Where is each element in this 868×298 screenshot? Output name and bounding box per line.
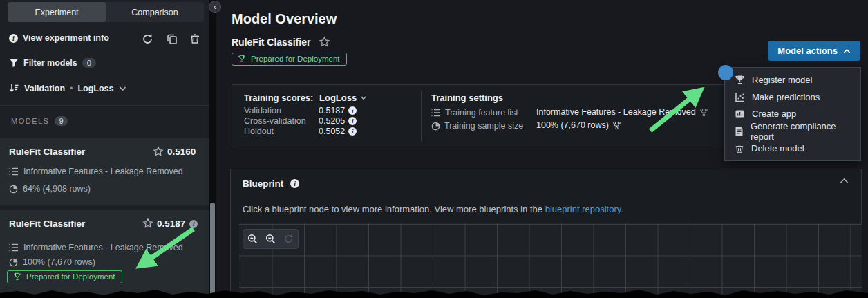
sample-size-value: 100% (7,670 rows) — [23, 257, 95, 267]
tab-comparison[interactable]: Comparison — [106, 2, 204, 22]
menu-item-label: Register model — [752, 75, 812, 85]
sort-field-label: Validation — [24, 84, 65, 93]
menu-item-register-model[interactable]: Register model — [725, 71, 860, 89]
separator-dot: • — [70, 84, 73, 93]
score-value: 0.5205 — [319, 116, 357, 126]
pie-icon — [9, 258, 18, 267]
info-icon[interactable] — [348, 117, 357, 125]
deployment-badge-label: Prepared for Deployment — [251, 55, 339, 63]
star-icon[interactable] — [319, 36, 330, 48]
branch-icon[interactable] — [612, 121, 621, 130]
feature-list-icon — [9, 167, 19, 176]
score-value: 0.5187 — [319, 106, 357, 115]
training-scores-label: Training scores: — [244, 93, 313, 103]
star-icon[interactable] — [142, 218, 153, 229]
blueprint-canvas[interactable] — [239, 223, 862, 298]
sort-row[interactable]: Validation • LogLoss — [9, 83, 126, 93]
training-scores-header: Training scores: LogLoss — [244, 93, 367, 103]
star-icon[interactable] — [153, 146, 164, 157]
chevron-down-icon — [119, 86, 126, 91]
menu-item-label: Delete model — [751, 143, 804, 153]
trash-icon — [735, 144, 744, 153]
sidebar-divider — [0, 105, 209, 106]
model-score: 0.5160 — [167, 147, 196, 157]
setting-value-row: Informative Features - Leakage Removed — [536, 107, 708, 117]
menu-item-label: Generate compliance report — [751, 121, 860, 142]
model-name: RuleFit Classifier — [9, 218, 85, 229]
score-label: Cross-validation — [244, 116, 314, 126]
deployment-badge: Prepared for Deployment — [7, 270, 122, 283]
branch-icon[interactable] — [699, 108, 708, 117]
sample-size-row: 64% (4,908 rows) — [9, 184, 91, 194]
metric-label: LogLoss — [319, 93, 357, 103]
filter-models-row[interactable]: Filter models 0 — [9, 58, 96, 68]
collapse-sidebar-button[interactable]: ‹ — [209, 1, 221, 13]
model-score: 0.5187 — [157, 218, 185, 229]
experiment-action-icons — [0, 33, 204, 46]
model-actions-button[interactable]: Model actions — [768, 41, 860, 61]
sample-size-value: 64% (4,908 rows) — [23, 184, 91, 194]
pie-icon — [9, 185, 18, 194]
feature-list-value: Informative Features - Leakage Removed — [23, 243, 183, 252]
info-icon[interactable] — [290, 179, 299, 188]
sample-size-row: 100% (7,670 rows) — [9, 257, 95, 267]
zoom-out-icon[interactable] — [263, 232, 278, 247]
score-row: Holdout 0.5052 — [244, 127, 357, 136]
blueprint-description: Click a blueprint node to view more info… — [243, 204, 623, 214]
deployment-badge-label: Prepared for Deployment — [26, 272, 115, 281]
menu-item-label: Make predictions — [752, 92, 820, 102]
score-value: 0.5052 — [319, 127, 357, 136]
models-header: MODELS 9 — [11, 116, 68, 126]
menu-item-label: Create app — [752, 109, 796, 119]
app-window: Experiment Comparison View experiment in… — [0, 0, 868, 298]
info-icon[interactable] — [348, 106, 357, 115]
model-actions-label: Model actions — [777, 46, 838, 56]
menu-item-create-app[interactable]: Create app — [725, 106, 860, 123]
experiment-sidebar: Experiment Comparison View experiment in… — [0, 0, 209, 298]
score-label: Validation — [244, 106, 314, 115]
predictions-chart-icon — [735, 92, 745, 102]
sidebar-scrollbar[interactable] — [210, 203, 215, 298]
score-row: Validation 0.5187 — [244, 106, 357, 115]
reset-view-icon[interactable] — [281, 232, 296, 247]
trash-icon[interactable] — [189, 33, 202, 46]
setting-label: Training sample size — [444, 121, 523, 131]
sort-icon — [9, 83, 19, 93]
feature-list-row: Informative Features - Leakage Removed — [9, 243, 183, 252]
sidebar-tabbar: Experiment Comparison — [8, 2, 204, 22]
menu-item-make-predictions[interactable]: Make predictions — [725, 89, 860, 106]
collapse-blueprint-icon[interactable] — [840, 178, 849, 184]
blueprint-panel: Blueprint Click a blueprint node to view… — [230, 169, 862, 298]
page-title: Model Overview — [232, 11, 337, 27]
setting-value: Informative Features - Leakage Removed — [536, 107, 696, 117]
refresh-icon[interactable] — [142, 33, 154, 46]
deployment-badge: Prepared for Deployment — [232, 53, 347, 66]
chevron-down-icon — [360, 95, 367, 100]
models-count-badge: 9 — [55, 116, 67, 126]
setting-value: 100% (7,670 rows) — [536, 120, 609, 130]
setting-value-row: 100% (7,670 rows) — [536, 120, 621, 130]
model-list-item[interactable]: RuleFit Classifier 0.5160 Informative Fe… — [0, 138, 209, 205]
menu-item-delete-model[interactable]: Delete model — [725, 140, 860, 157]
menu-item-generate-compliance-report[interactable]: Generate compliance report — [725, 122, 860, 140]
blueprint-title: Blueprint — [243, 178, 283, 189]
score-label: Holdout — [244, 127, 314, 136]
blueprint-repository-link[interactable]: blueprint repository. — [545, 204, 623, 214]
metric-selector[interactable]: LogLoss — [319, 93, 367, 103]
model-name: RuleFit Classifier — [232, 37, 310, 48]
filter-count-badge: 0 — [82, 58, 96, 68]
info-icon[interactable] — [189, 220, 198, 228]
tab-experiment[interactable]: Experiment — [8, 2, 106, 22]
info-icon[interactable] — [348, 127, 357, 136]
feature-list-row: Informative Features - Leakage Removed — [9, 167, 183, 176]
filter-models-label: Filter models — [23, 58, 77, 68]
sort-metric-label: LogLoss — [77, 84, 113, 93]
zoom-in-icon[interactable] — [245, 232, 260, 247]
trophy-icon — [735, 75, 745, 85]
blueprint-zoom-toolbar — [243, 229, 299, 249]
model-list-item[interactable]: RuleFit Classifier 0.5187 Informative Fe… — [0, 210, 209, 298]
pie-icon — [431, 122, 440, 131]
trophy-icon — [238, 55, 246, 63]
blueprint-header: Blueprint — [243, 178, 299, 189]
copy-icon[interactable] — [167, 33, 179, 46]
